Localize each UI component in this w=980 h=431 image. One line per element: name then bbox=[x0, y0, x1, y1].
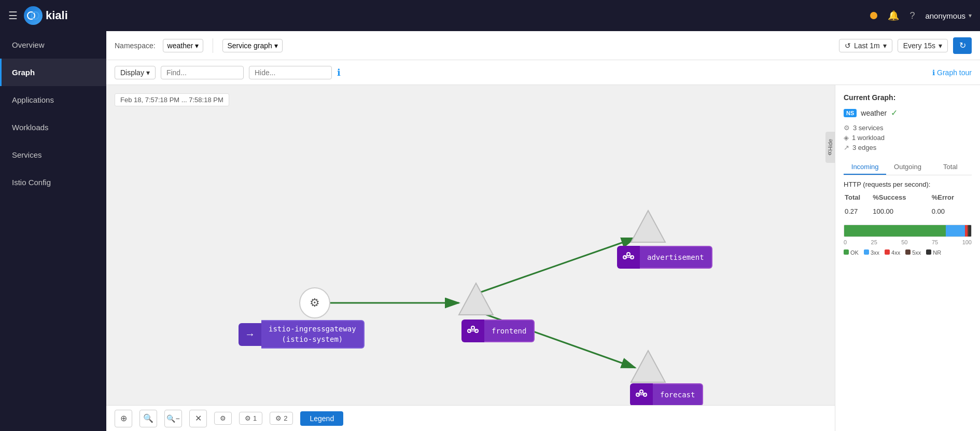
workloads-icon: ◈ bbox=[844, 134, 849, 142]
zoom-in-icon: 🔍 bbox=[143, 413, 153, 423]
display-button[interactable]: Display ▾ bbox=[115, 66, 156, 79]
graph-wrapper: Feb 18, 7:57:18 PM ... 7:58:18 PM bbox=[106, 85, 835, 431]
ns-badge: NS bbox=[844, 109, 857, 117]
logo-icon bbox=[24, 6, 43, 25]
axis-50: 50 bbox=[901, 239, 907, 245]
node-filter-icon3: ⚙ bbox=[275, 414, 282, 422]
namespace-value: weather bbox=[167, 41, 193, 50]
advertisement-node[interactable]: advertisement bbox=[617, 246, 712, 269]
axis-25: 25 bbox=[871, 239, 877, 245]
collapse-icon: ✕ bbox=[195, 413, 202, 423]
node-filter-2-label: 2 bbox=[284, 414, 287, 422]
user-menu[interactable]: anonymous ▾ bbox=[925, 11, 972, 20]
legend-5xx: 5xx bbox=[905, 249, 921, 256]
find-input[interactable] bbox=[161, 66, 244, 79]
bar-legend: OK 3xx 4xx 5xx NR bbox=[844, 249, 972, 256]
namespace-row: NS weather ✓ bbox=[844, 108, 972, 118]
hamburger-icon[interactable]: ☰ bbox=[8, 9, 18, 22]
secondary-toolbar: Display ▾ ℹ ℹ Graph tour bbox=[106, 60, 980, 85]
istio-ingressgateway-node[interactable]: → istio-ingressgateway(istio-system) bbox=[239, 320, 365, 349]
advertisement-triangle[interactable] bbox=[630, 210, 666, 245]
frontend-service-icon bbox=[461, 319, 484, 342]
gateway-icon: → bbox=[239, 323, 261, 346]
tab-total[interactable]: Total bbox=[929, 160, 972, 175]
svg-line-4 bbox=[480, 238, 635, 293]
bell-icon[interactable]: 🔔 bbox=[888, 10, 899, 21]
col-total: Total bbox=[845, 193, 872, 204]
zoom-out-button[interactable]: 🔍− bbox=[164, 410, 182, 427]
node-filter-icon: ⚙ bbox=[220, 414, 226, 422]
tab-incoming[interactable]: Incoming bbox=[844, 160, 886, 175]
graph-tour-icon: ℹ bbox=[932, 68, 935, 77]
http-label: HTTP (requests per second): bbox=[844, 180, 972, 188]
display-label: Display bbox=[120, 68, 144, 77]
stat-workloads: ◈ 1 workload bbox=[844, 134, 972, 142]
help-icon[interactable]: ? bbox=[909, 10, 915, 21]
topnav: ☰ kiali 🔔 ? anonymous ▾ bbox=[0, 0, 980, 31]
legend-3xx: 3xx bbox=[864, 249, 879, 256]
svg-marker-7 bbox=[631, 211, 665, 242]
frontend-triangle[interactable] bbox=[458, 282, 494, 318]
graph-type-chevron-icon: ▾ bbox=[274, 41, 278, 50]
sidebar-item-graph[interactable]: Graph bbox=[0, 59, 106, 86]
sidebar-item-services[interactable]: Services bbox=[0, 141, 106, 169]
axis-0: 0 bbox=[844, 239, 847, 245]
info-icon[interactable]: ℹ bbox=[337, 67, 341, 78]
panel-title: Current Graph: bbox=[844, 93, 972, 102]
bar-3xx bbox=[946, 225, 965, 237]
bar-axis: 0 25 50 75 100 bbox=[844, 239, 972, 245]
graph-tour-label: Graph tour bbox=[937, 68, 972, 77]
primary-toolbar: Namespace: weather ▾ Service graph ▾ ↺ L… bbox=[106, 31, 980, 60]
hide-input[interactable] bbox=[249, 66, 332, 79]
graph-type-selector[interactable]: Service graph ▾ bbox=[222, 39, 282, 52]
legend-button[interactable]: Legend bbox=[300, 411, 343, 426]
bar-nr bbox=[969, 225, 971, 237]
hub-icon: ⚙ bbox=[310, 296, 320, 310]
frontend-node[interactable]: frontend bbox=[461, 319, 535, 342]
collapse-button[interactable]: ✕ bbox=[189, 410, 207, 427]
services-icon: ⚙ bbox=[844, 124, 850, 132]
sidebar-item-istio-config[interactable]: Istio Config bbox=[0, 169, 106, 196]
bar-ok bbox=[844, 225, 946, 237]
col-error: %Error bbox=[932, 193, 971, 204]
right-panel: Current Graph: NS weather ✓ ⚙ 3 services… bbox=[835, 85, 980, 431]
graph-area: Feb 18, 7:57:18 PM ... 7:58:18 PM bbox=[106, 85, 980, 431]
legend-ok: OK bbox=[844, 249, 859, 256]
node-filter-1-label: 1 bbox=[253, 414, 257, 422]
stat-services: ⚙ 3 services bbox=[844, 124, 972, 132]
svg-marker-6 bbox=[459, 283, 493, 315]
node-filter-1[interactable]: ⚙ bbox=[214, 412, 232, 425]
legend-nr: NR bbox=[926, 249, 941, 256]
interval-selector[interactable]: Every 15s ▾ bbox=[898, 39, 948, 52]
forecast-triangle[interactable] bbox=[630, 350, 666, 385]
node-filter-3[interactable]: ⚙ 2 bbox=[270, 412, 293, 425]
graph-timestamp: Feb 18, 7:57:18 PM ... 7:58:18 PM bbox=[115, 93, 229, 106]
graph-tour-button[interactable]: ℹ Graph tour bbox=[932, 68, 972, 77]
stat-edges: ↗ 3 edges bbox=[844, 144, 972, 151]
http-table: Total %Success %Error 0.27 100.00 0.00 bbox=[844, 192, 972, 218]
zoom-in-button[interactable]: 🔍 bbox=[139, 410, 157, 427]
namespace-chevron-icon: ▾ bbox=[195, 41, 199, 50]
hide-panel-handle[interactable]: Hide » bbox=[825, 132, 835, 163]
istio-hub-node[interactable]: ⚙ bbox=[299, 287, 330, 318]
refresh-button[interactable]: ↻ bbox=[953, 37, 972, 54]
zoom-out-icon: 🔍− bbox=[166, 414, 179, 423]
time-range-chevron-icon: ▾ bbox=[883, 41, 887, 50]
fit-graph-button[interactable]: ⊕ bbox=[115, 410, 132, 427]
logo: kiali bbox=[24, 6, 68, 25]
node-filter-2[interactable]: ⚙ 1 bbox=[239, 412, 262, 425]
cell-total: 0.27 bbox=[845, 205, 872, 217]
time-range-selector[interactable]: ↺ Last 1m ▾ bbox=[839, 39, 892, 52]
sidebar-item-overview[interactable]: Overview bbox=[0, 31, 106, 59]
sidebar-item-workloads[interactable]: Workloads bbox=[0, 114, 106, 141]
display-chevron-icon: ▾ bbox=[146, 68, 150, 77]
tab-outgoing[interactable]: Outgoing bbox=[886, 160, 929, 175]
forecast-node[interactable]: forecast bbox=[630, 383, 703, 405]
time-icon: ↺ bbox=[845, 41, 851, 50]
namespace-selector[interactable]: weather ▾ bbox=[163, 39, 204, 52]
cell-error: 0.00 bbox=[932, 205, 971, 217]
cell-success: 100.00 bbox=[873, 205, 931, 217]
sidebar-item-applications[interactable]: Applications bbox=[0, 86, 106, 114]
graph-canvas[interactable]: Feb 18, 7:57:18 PM ... 7:58:18 PM bbox=[106, 85, 835, 405]
sidebar: Overview Graph Applications Workloads Se… bbox=[0, 31, 106, 431]
